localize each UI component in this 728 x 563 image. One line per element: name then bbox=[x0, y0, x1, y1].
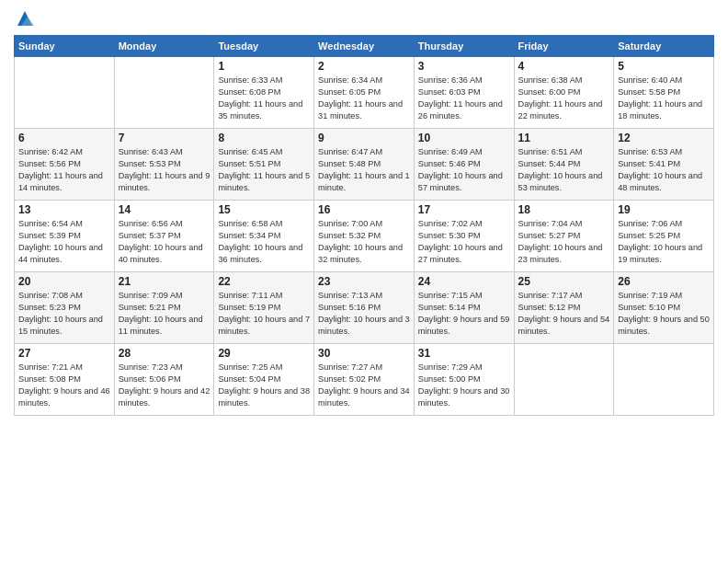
day-header-friday: Friday bbox=[514, 36, 614, 57]
day-info: Sunrise: 6:47 AM Sunset: 5:48 PM Dayligh… bbox=[318, 146, 410, 194]
day-number: 30 bbox=[318, 347, 410, 360]
day-number: 15 bbox=[218, 203, 310, 216]
calendar-cell: 22Sunrise: 7:11 AM Sunset: 5:19 PM Dayli… bbox=[214, 272, 314, 344]
day-info: Sunrise: 6:40 AM Sunset: 5:58 PM Dayligh… bbox=[618, 75, 710, 122]
calendar-cell: 10Sunrise: 6:49 AM Sunset: 5:46 PM Dayli… bbox=[414, 129, 514, 201]
day-info: Sunrise: 7:17 AM Sunset: 5:12 PM Dayligh… bbox=[518, 290, 610, 338]
calendar-cell: 4Sunrise: 6:38 AM Sunset: 6:00 PM Daylig… bbox=[514, 57, 614, 129]
calendar-cell: 19Sunrise: 7:06 AM Sunset: 5:25 PM Dayli… bbox=[614, 201, 714, 272]
day-info: Sunrise: 7:15 AM Sunset: 5:14 PM Dayligh… bbox=[418, 290, 510, 338]
calendar-week-row: 20Sunrise: 7:08 AM Sunset: 5:23 PM Dayli… bbox=[15, 272, 714, 344]
day-info: Sunrise: 7:23 AM Sunset: 5:06 PM Dayligh… bbox=[119, 362, 210, 409]
day-number: 31 bbox=[418, 347, 510, 360]
day-info: Sunrise: 7:00 AM Sunset: 5:32 PM Dayligh… bbox=[318, 218, 410, 266]
day-number: 21 bbox=[119, 275, 210, 288]
day-info: Sunrise: 7:21 AM Sunset: 5:08 PM Dayligh… bbox=[18, 362, 110, 409]
day-number: 16 bbox=[318, 203, 410, 216]
calendar-cell: 20Sunrise: 7:08 AM Sunset: 5:23 PM Dayli… bbox=[15, 272, 115, 344]
day-info: Sunrise: 7:04 AM Sunset: 5:27 PM Dayligh… bbox=[518, 218, 610, 266]
calendar-cell: 7Sunrise: 6:43 AM Sunset: 5:53 PM Daylig… bbox=[114, 129, 214, 201]
calendar-cell: 17Sunrise: 7:02 AM Sunset: 5:30 PM Dayli… bbox=[414, 201, 514, 272]
day-number: 18 bbox=[518, 203, 610, 216]
day-header-monday: Monday bbox=[114, 36, 214, 57]
day-number: 3 bbox=[418, 60, 510, 73]
calendar-cell: 5Sunrise: 6:40 AM Sunset: 5:58 PM Daylig… bbox=[614, 57, 714, 129]
calendar-cell: 23Sunrise: 7:13 AM Sunset: 5:16 PM Dayli… bbox=[314, 272, 415, 344]
calendar-cell: 31Sunrise: 7:29 AM Sunset: 5:00 PM Dayli… bbox=[414, 344, 514, 416]
day-number: 24 bbox=[418, 275, 510, 288]
day-info: Sunrise: 7:27 AM Sunset: 5:02 PM Dayligh… bbox=[318, 362, 410, 409]
day-number: 19 bbox=[618, 203, 710, 216]
calendar-week-row: 13Sunrise: 6:54 AM Sunset: 5:39 PM Dayli… bbox=[15, 201, 714, 272]
calendar-cell: 29Sunrise: 7:25 AM Sunset: 5:04 PM Dayli… bbox=[214, 344, 314, 416]
calendar-cell: 14Sunrise: 6:56 AM Sunset: 5:37 PM Dayli… bbox=[114, 201, 214, 272]
day-number: 8 bbox=[218, 132, 310, 144]
calendar-cell: 16Sunrise: 7:00 AM Sunset: 5:32 PM Dayli… bbox=[314, 201, 415, 272]
calendar-cell: 26Sunrise: 7:19 AM Sunset: 5:10 PM Dayli… bbox=[614, 272, 714, 344]
calendar-table: SundayMondayTuesdayWednesdayThursdayFrid… bbox=[14, 35, 714, 416]
day-number: 26 bbox=[618, 275, 710, 288]
day-number: 28 bbox=[119, 347, 210, 360]
calendar-cell: 28Sunrise: 7:23 AM Sunset: 5:06 PM Dayli… bbox=[114, 344, 214, 416]
day-info: Sunrise: 7:11 AM Sunset: 5:19 PM Dayligh… bbox=[218, 290, 310, 338]
day-info: Sunrise: 6:36 AM Sunset: 6:03 PM Dayligh… bbox=[418, 75, 510, 122]
day-info: Sunrise: 6:34 AM Sunset: 6:05 PM Dayligh… bbox=[318, 75, 410, 122]
day-info: Sunrise: 7:02 AM Sunset: 5:30 PM Dayligh… bbox=[418, 218, 510, 266]
calendar-week-row: 27Sunrise: 7:21 AM Sunset: 5:08 PM Dayli… bbox=[15, 344, 714, 416]
calendar-cell: 25Sunrise: 7:17 AM Sunset: 5:12 PM Dayli… bbox=[514, 272, 614, 344]
calendar-cell: 12Sunrise: 6:53 AM Sunset: 5:41 PM Dayli… bbox=[614, 129, 714, 201]
day-number: 12 bbox=[618, 132, 710, 144]
day-number: 23 bbox=[318, 275, 410, 288]
calendar-cell: 21Sunrise: 7:09 AM Sunset: 5:21 PM Dayli… bbox=[114, 272, 214, 344]
calendar-cell: 6Sunrise: 6:42 AM Sunset: 5:56 PM Daylig… bbox=[15, 129, 115, 201]
day-number: 22 bbox=[218, 275, 310, 288]
day-number: 10 bbox=[418, 132, 510, 144]
calendar-cell: 11Sunrise: 6:51 AM Sunset: 5:44 PM Dayli… bbox=[514, 129, 614, 201]
day-header-wednesday: Wednesday bbox=[314, 36, 415, 57]
day-info: Sunrise: 6:33 AM Sunset: 6:08 PM Dayligh… bbox=[218, 75, 310, 122]
calendar-week-row: 1Sunrise: 6:33 AM Sunset: 6:08 PM Daylig… bbox=[15, 57, 714, 129]
calendar-cell: 30Sunrise: 7:27 AM Sunset: 5:02 PM Dayli… bbox=[314, 344, 415, 416]
calendar-cell: 18Sunrise: 7:04 AM Sunset: 5:27 PM Dayli… bbox=[514, 201, 614, 272]
day-info: Sunrise: 6:53 AM Sunset: 5:41 PM Dayligh… bbox=[618, 146, 710, 194]
day-number: 7 bbox=[119, 132, 210, 144]
calendar-week-row: 6Sunrise: 6:42 AM Sunset: 5:56 PM Daylig… bbox=[15, 129, 714, 201]
day-number: 4 bbox=[518, 60, 610, 73]
day-info: Sunrise: 6:58 AM Sunset: 5:34 PM Dayligh… bbox=[218, 218, 310, 266]
calendar-cell: 13Sunrise: 6:54 AM Sunset: 5:39 PM Dayli… bbox=[15, 201, 115, 272]
calendar-cell bbox=[114, 57, 214, 129]
logo-triangle-icon bbox=[16, 9, 34, 28]
day-number: 13 bbox=[18, 203, 110, 216]
day-info: Sunrise: 7:06 AM Sunset: 5:25 PM Dayligh… bbox=[618, 218, 710, 266]
day-info: Sunrise: 6:43 AM Sunset: 5:53 PM Dayligh… bbox=[119, 146, 210, 194]
page: SundayMondayTuesdayWednesdayThursdayFrid… bbox=[0, 0, 728, 563]
day-info: Sunrise: 7:09 AM Sunset: 5:21 PM Dayligh… bbox=[119, 290, 210, 338]
day-number: 6 bbox=[18, 132, 110, 144]
day-number: 20 bbox=[18, 275, 110, 288]
day-info: Sunrise: 7:08 AM Sunset: 5:23 PM Dayligh… bbox=[18, 290, 110, 338]
calendar-cell: 2Sunrise: 6:34 AM Sunset: 6:05 PM Daylig… bbox=[314, 57, 415, 129]
calendar-cell: 27Sunrise: 7:21 AM Sunset: 5:08 PM Dayli… bbox=[15, 344, 115, 416]
day-number: 9 bbox=[318, 132, 410, 144]
day-number: 1 bbox=[218, 60, 310, 73]
day-info: Sunrise: 7:19 AM Sunset: 5:10 PM Dayligh… bbox=[618, 290, 710, 338]
day-number: 27 bbox=[18, 347, 110, 360]
day-number: 29 bbox=[218, 347, 310, 360]
day-info: Sunrise: 6:45 AM Sunset: 5:51 PM Dayligh… bbox=[218, 146, 310, 194]
day-header-saturday: Saturday bbox=[614, 36, 714, 57]
day-number: 11 bbox=[518, 132, 610, 144]
day-info: Sunrise: 6:42 AM Sunset: 5:56 PM Dayligh… bbox=[18, 146, 110, 194]
day-header-sunday: Sunday bbox=[15, 36, 115, 57]
day-number: 14 bbox=[119, 203, 210, 216]
day-info: Sunrise: 6:49 AM Sunset: 5:46 PM Dayligh… bbox=[418, 146, 510, 194]
calendar-cell: 24Sunrise: 7:15 AM Sunset: 5:14 PM Dayli… bbox=[414, 272, 514, 344]
calendar-cell: 3Sunrise: 6:36 AM Sunset: 6:03 PM Daylig… bbox=[414, 57, 514, 129]
day-info: Sunrise: 6:56 AM Sunset: 5:37 PM Dayligh… bbox=[119, 218, 210, 266]
calendar-cell: 1Sunrise: 6:33 AM Sunset: 6:08 PM Daylig… bbox=[214, 57, 314, 129]
calendar-header-row: SundayMondayTuesdayWednesdayThursdayFrid… bbox=[15, 36, 714, 57]
day-info: Sunrise: 7:29 AM Sunset: 5:00 PM Dayligh… bbox=[418, 362, 510, 409]
logo bbox=[14, 9, 34, 28]
day-header-tuesday: Tuesday bbox=[214, 36, 314, 57]
calendar-cell bbox=[514, 344, 614, 416]
calendar-cell bbox=[614, 344, 714, 416]
